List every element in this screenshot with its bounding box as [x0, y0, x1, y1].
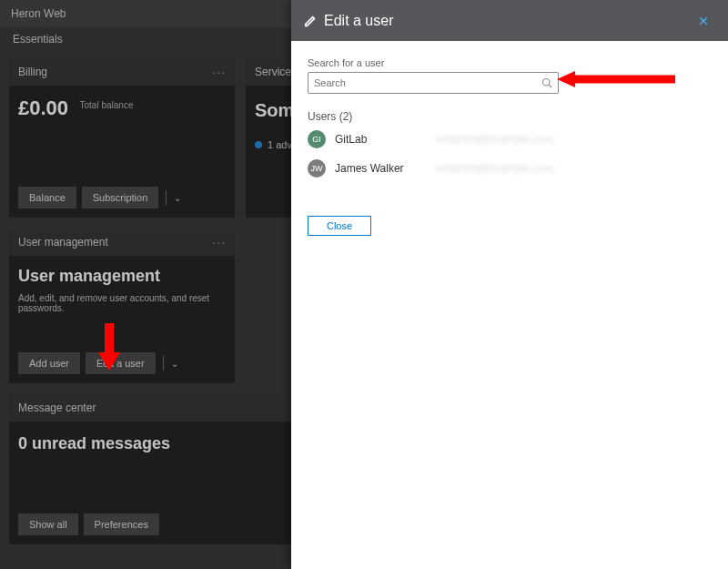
usermgmt-title: User management — [18, 267, 226, 286]
card-billing-title: Billing — [18, 66, 47, 78]
billing-amount: £0.00 — [18, 97, 68, 120]
subscription-button[interactable]: Subscription — [82, 187, 159, 208]
user-row[interactable]: GI GitLab redacted@example.com — [308, 127, 712, 152]
users-heading: Users (2) — [308, 110, 712, 123]
user-name: GitLab — [335, 133, 426, 146]
search-icon — [541, 77, 552, 88]
billing-subtitle: Total balance — [80, 100, 134, 110]
action-separator — [163, 356, 164, 371]
edit-user-panel: Edit a user Search for a user Users (2) … — [291, 0, 728, 569]
user-name: James Walker — [335, 162, 426, 175]
card-user-management: User management ··· User management Add,… — [9, 229, 235, 383]
user-row[interactable]: JW James Walker redacted@example.com — [308, 156, 712, 181]
avatar: GI — [308, 130, 326, 148]
show-all-button[interactable]: Show all — [18, 513, 78, 535]
status-dot-icon — [255, 141, 262, 148]
balance-button[interactable]: Balance — [18, 187, 76, 208]
more-icon[interactable]: ··· — [212, 235, 226, 249]
panel-search-input[interactable] — [314, 77, 541, 88]
card-usermgmt-title: User management — [18, 236, 108, 249]
card-billing: Billing ··· £0.00 Total balance Balance … — [9, 58, 235, 218]
action-separator — [166, 190, 167, 205]
panel-search-label: Search for a user — [308, 57, 712, 68]
add-user-button[interactable]: Add user — [18, 352, 80, 374]
svg-point-6 — [543, 79, 551, 86]
preferences-button[interactable]: Preferences — [84, 513, 159, 535]
edit-user-button[interactable]: Edit a user — [86, 352, 156, 374]
chevron-down-icon[interactable]: ⌄ — [171, 359, 178, 369]
svg-line-7 — [549, 85, 551, 87]
panel-title: Edit a user — [324, 13, 393, 29]
card-billing-header: Billing ··· — [9, 58, 235, 86]
user-email: redacted@example.com — [435, 162, 553, 175]
user-email: redacted@example.com — [435, 133, 553, 146]
close-icon[interactable] — [699, 13, 715, 29]
card-msg-title: Message center — [18, 401, 96, 414]
panel-header: Edit a user — [291, 0, 728, 41]
avatar: JW — [308, 159, 326, 178]
panel-search[interactable] — [308, 72, 559, 94]
chevron-down-icon[interactable]: ⌄ — [174, 193, 181, 203]
pencil-icon — [304, 15, 317, 27]
card-usermgmt-header: User management ··· — [9, 229, 235, 256]
close-button[interactable]: Close — [308, 216, 371, 236]
app-title: Heron Web — [11, 7, 66, 20]
usermgmt-desc: Add, edit, and remove user accounts, and… — [18, 293, 226, 313]
more-icon[interactable]: ··· — [212, 65, 226, 79]
